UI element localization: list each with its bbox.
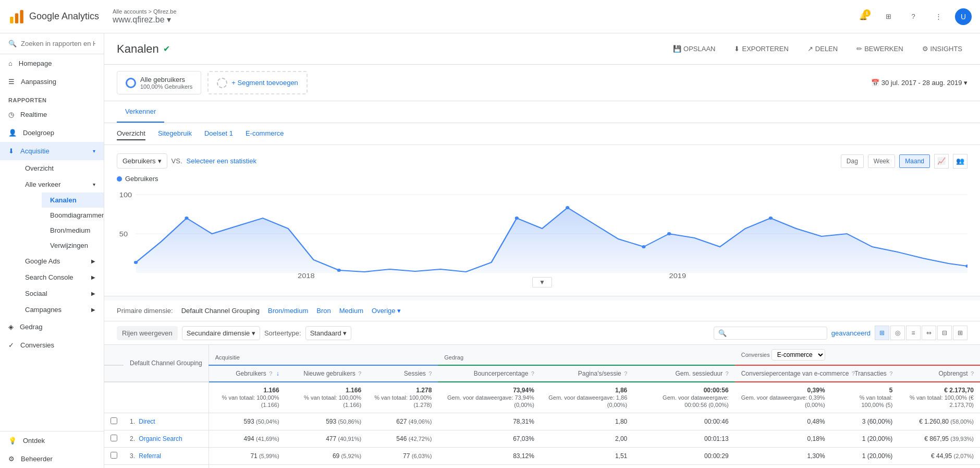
doelgroep-icon: 👤 [8,129,17,137]
col-conv-pct-header[interactable]: Conversiepercentage van e-commerce ? [735,365,831,382]
sidebar-item-campagnes[interactable]: Campagnes ▶ [17,302,104,318]
row1-channel: 1. Direct [124,413,209,430]
advanced-search-link[interactable]: geavanceerd [831,329,871,337]
chart-line-button[interactable]: 📈 [934,154,949,169]
dim-bron[interactable]: Bron [316,307,330,315]
sidebar-item-aanpassing[interactable]: ☰ Aanpassing [0,73,104,91]
sessies-help-icon[interactable]: ? [428,370,432,377]
aanpassing-icon: ☰ [8,78,15,86]
table-search-box[interactable]: 🔍 [714,327,827,340]
page-title: Kanalen [117,42,159,56]
col-gebruikers-header[interactable]: Gebruikers ? ↓ [209,365,285,382]
tab-verkenner[interactable]: Verkenner [117,101,164,123]
conversies-type-selector[interactable]: E-commerce [771,349,825,361]
duration-help-icon[interactable]: ? [726,370,729,377]
row3-checkbox[interactable] [104,448,124,465]
sidebar-item-homepage[interactable]: ⌂ Homepage [0,54,104,73]
period-dag-button[interactable]: Dag [841,154,864,168]
secondary-dimension-selector[interactable]: Secundaire dimensie ▾ [182,326,260,340]
primary-dim-label: Primaire dimensie: [117,307,173,315]
opbrengst-help-icon[interactable]: ? [971,370,974,377]
exporteren-button[interactable]: ⬇ EXPORTEREN [729,42,793,56]
dim-medium[interactable]: Medium [339,307,363,315]
sub-tab-doelset1[interactable]: Doelset 1 [204,127,233,140]
bounce-help-icon[interactable]: ? [531,370,534,377]
select-stat-link[interactable]: Selecteer een statistiek [187,157,256,165]
sort-type-selector[interactable]: Standaard ▾ [305,326,352,340]
search-icon: 🔍 [8,40,17,47]
sidebar-item-beheerder[interactable]: ⚙ Beheerder [0,450,104,468]
toolbar-right: 🔍 geavanceerd ⊞ ◎ ≡ ⇔ ⊟ ⊞ [714,326,967,340]
col-group-acquisitie: Acquisitie [209,345,438,365]
col-new-users-header[interactable]: Nieuwe gebruikers ? [286,365,368,382]
user-avatar[interactable]: U [955,8,972,25]
account-name-selector[interactable]: www.qfirez.be ▾ [113,15,855,25]
sidebar-item-verwijzingen[interactable]: Verwijzingen [42,238,104,253]
share-icon: ↗ [807,45,813,53]
sidebar-item-search-console[interactable]: Search Console ▶ [17,269,104,285]
sidebar-item-doelgroep[interactable]: 👤 Doelgroep [0,124,104,142]
sidebar-item-acquisitie[interactable]: ⬇ Acquisitie ▾ [0,142,104,160]
sub-tab-ecommerce[interactable]: E-commerce [246,127,284,140]
row4-bounce: 85,71% [438,465,541,469]
view-lifetime-button[interactable]: ⊞ [953,326,967,340]
sidebar-item-boomdiagrammen[interactable]: Boomdiagrammen [42,208,104,223]
metric-selector[interactable]: Gebruikers ▾ [117,153,167,169]
date-range-picker[interactable]: 📅 30 jul. 2017 - 28 aug. 2019 ▾ [871,79,967,87]
sidebar-item-sociaal[interactable]: Sociaal ▶ [17,285,104,302]
help-button[interactable]: ? [905,8,922,25]
search-input[interactable] [21,40,95,47]
sidebar-item-alle-verkeer[interactable]: Alle verkeer ▾ [17,176,104,193]
more-options-button[interactable]: ⋮ [930,8,947,25]
sidebar-item-gedrag[interactable]: ◈ Gedrag [0,318,104,336]
chart-bar-button[interactable]: 👥 [953,154,967,169]
sidebar-item-realtime[interactable]: ◷ Realtime [0,105,104,124]
row2-channel: 2. Organic Search [124,430,209,448]
col-bounce-header[interactable]: Bouncerpercentage ? [438,365,541,382]
col-opbrengst-header[interactable]: Opbrengst ? [899,365,980,382]
sidebar-item-google-ads[interactable]: Google Ads ▶ [17,253,104,269]
row1-checkbox[interactable] [104,413,124,430]
apps-button[interactable]: ⊞ [880,8,897,25]
row2-checkbox[interactable] [104,430,124,448]
view-performance-button[interactable]: ≡ [906,326,921,340]
sub-tab-overzicht[interactable]: Overzicht [117,127,145,140]
view-compare-button[interactable]: ⇔ [922,326,936,340]
transacties-help-icon[interactable]: ? [889,370,892,377]
segment-all-users[interactable]: Alle gebruikers 100,00% Gebruikers [117,71,201,94]
delen-button[interactable]: ↗ DELEN [802,42,843,56]
top-bar: Google Analytics Alle accounts > Qfirez.… [0,0,980,33]
view-pie-button[interactable]: ◎ [890,326,905,340]
sub-tab-sitegebruik[interactable]: Sitegebruik [158,127,192,140]
row1-channel-link[interactable]: Direct [139,418,155,425]
sidebar-item-ontdek[interactable]: 💡 Ontdek [0,431,104,450]
new-users-help-icon[interactable]: ? [358,370,361,377]
period-maand-button[interactable]: Maand [899,154,930,168]
view-pivot-button[interactable]: ⊟ [937,326,952,340]
col-sessies-header[interactable]: Sessies ? [368,365,438,382]
opslaan-button[interactable]: 💾 OPSLAAN [668,42,720,56]
col-duration-header[interactable]: Gem. sessieduur ? [633,365,734,382]
dim-bron-medium[interactable]: Bron/medium [268,307,308,315]
dim-more-button[interactable]: Overige ▾ [372,307,401,315]
sidebar-item-kanalen[interactable]: Kanalen [42,193,104,208]
sidebar-item-conversies[interactable]: ✓ Conversies [0,336,104,354]
row4-checkbox[interactable] [104,465,124,469]
gebruikers-help-icon[interactable]: ? [269,370,272,377]
sidebar-item-overzicht[interactable]: Overzicht [17,160,104,176]
col-pages-header[interactable]: Pagina's/sessie ? [541,365,633,382]
insights-button[interactable]: ⚙ INSIGHTS [917,42,967,56]
row3-channel-link[interactable]: Referral [139,452,161,460]
table-search-input[interactable] [729,329,823,337]
dim-default-channel[interactable]: Default Channel Grouping [181,307,260,315]
sidebar-item-bron-medium[interactable]: Bron/medium [42,223,104,238]
notification-button[interactable]: 🔔 1 [855,8,872,25]
gedrag-icon: ◈ [8,323,14,331]
bewerken-button[interactable]: ✏ BEWERKEN [851,42,908,56]
segment-add-button[interactable]: + Segment toevoegen [207,71,308,94]
acquisitie-icon: ⬇ [8,147,14,155]
pages-help-icon[interactable]: ? [624,370,627,377]
row2-channel-link[interactable]: Organic Search [139,435,182,442]
view-table-button[interactable]: ⊞ [875,326,889,340]
period-week-button[interactable]: Week [868,154,895,168]
